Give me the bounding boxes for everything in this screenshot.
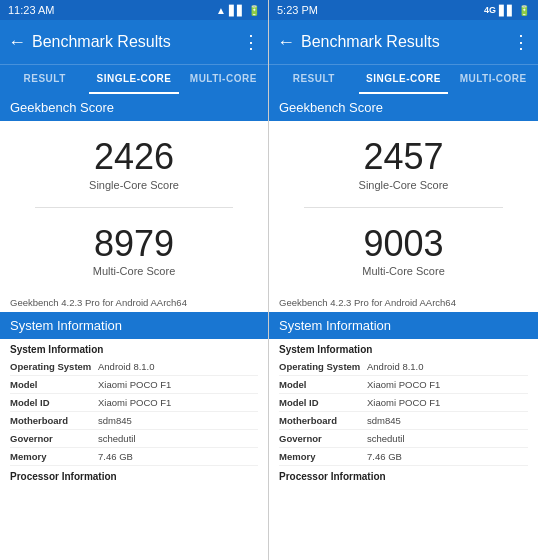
tab-multicore[interactable]: MULTI-CORE [179, 65, 268, 94]
processor-info-title: Processor Information [279, 466, 528, 484]
sysinfo-section-title: System Information [10, 339, 258, 358]
tab-multicore[interactable]: MULTI-CORE [448, 65, 538, 94]
tab-singlecore[interactable]: SINGLE-CORE [359, 65, 449, 94]
sysinfo-row: Memory7.46 GB [279, 448, 528, 466]
section-header: Geekbench Score [269, 94, 538, 121]
back-button[interactable]: ← [8, 33, 26, 51]
sysinfo-row: Operating SystemAndroid 8.1.0 [279, 358, 528, 376]
status-bar: 11:23 AM ▲ ▋▋ 🔋 [0, 0, 268, 20]
sysinfo-key: Model ID [279, 397, 367, 408]
network-icon: 4G [484, 5, 496, 15]
tabs: RESULTSINGLE-COREMULTI-CORE [0, 64, 268, 94]
sysinfo-key: Model [10, 379, 98, 390]
system-info-header: System Information [0, 312, 268, 339]
processor-info-title: Processor Information [10, 466, 258, 484]
sysinfo-value: Xiaomi POCO F1 [367, 379, 440, 390]
status-icons: 4G ▋▋ 🔋 [484, 5, 530, 16]
header-title: Benchmark Results [301, 33, 506, 51]
scores-area: 2457 Single-Core Score 9003 Multi-Core S… [269, 121, 538, 293]
single-core-score-block: 2426 Single-Core Score [89, 137, 179, 191]
sysinfo-value: Xiaomi POCO F1 [98, 397, 171, 408]
sysinfo-value: Android 8.1.0 [98, 361, 155, 372]
header: ←Benchmark Results⋮ [269, 20, 538, 64]
single-core-score: 2457 [359, 137, 449, 177]
sysinfo-key: Memory [10, 451, 98, 462]
sysinfo-row: Governorschedutil [279, 430, 528, 448]
section-header: Geekbench Score [0, 94, 268, 121]
battery-icon: 🔋 [518, 5, 530, 16]
single-core-score: 2426 [89, 137, 179, 177]
sysinfo-key: Governor [10, 433, 98, 444]
tab-result[interactable]: RESULT [0, 65, 89, 94]
signal-icon: ▋▋ [499, 5, 515, 16]
sysinfo-row: Motherboardsdm845 [279, 412, 528, 430]
tab-singlecore[interactable]: SINGLE-CORE [89, 65, 178, 94]
sysinfo-key: Memory [279, 451, 367, 462]
more-button[interactable]: ⋮ [242, 31, 260, 53]
sysinfo-row: ModelXiaomi POCO F1 [10, 376, 258, 394]
sysinfo-section-title: System Information [279, 339, 528, 358]
single-core-label: Single-Core Score [359, 179, 449, 191]
battery-icon: 🔋 [248, 5, 260, 16]
single-core-score-block: 2457 Single-Core Score [359, 137, 449, 191]
multi-core-label: Multi-Core Score [93, 265, 176, 277]
sysinfo-key: Operating System [10, 361, 98, 372]
sysinfo-key: Motherboard [279, 415, 367, 426]
back-button[interactable]: ← [277, 33, 295, 51]
multi-core-score-block: 9003 Multi-Core Score [362, 224, 445, 278]
single-core-label: Single-Core Score [89, 179, 179, 191]
multi-core-score: 9003 [362, 224, 445, 264]
sysinfo-row: Operating SystemAndroid 8.1.0 [10, 358, 258, 376]
geekbench-info: Geekbench 4.2.3 Pro for Android AArch64 [0, 293, 268, 312]
geekbench-info: Geekbench 4.2.3 Pro for Android AArch64 [269, 293, 538, 312]
multi-core-label: Multi-Core Score [362, 265, 445, 277]
tab-result[interactable]: RESULT [269, 65, 359, 94]
sysinfo-key: Model ID [10, 397, 98, 408]
status-icons: ▲ ▋▋ 🔋 [216, 5, 260, 16]
sysinfo-row: Motherboardsdm845 [10, 412, 258, 430]
scores-area: 2426 Single-Core Score 8979 Multi-Core S… [0, 121, 268, 293]
header: ←Benchmark Results⋮ [0, 20, 268, 64]
sysinfo-value: Android 8.1.0 [367, 361, 424, 372]
sysinfo-value: schedutil [367, 433, 405, 444]
panel-right: 5:23 PM 4G ▋▋ 🔋 ←Benchmark Results⋮RESUL… [269, 0, 538, 560]
status-bar: 5:23 PM 4G ▋▋ 🔋 [269, 0, 538, 20]
sysinfo-key: Model [279, 379, 367, 390]
more-button[interactable]: ⋮ [512, 31, 530, 53]
sysinfo-table: System InformationOperating SystemAndroi… [0, 339, 268, 484]
sysinfo-value: schedutil [98, 433, 136, 444]
score-divider [304, 207, 503, 208]
header-title: Benchmark Results [32, 33, 236, 51]
tabs: RESULTSINGLE-COREMULTI-CORE [269, 64, 538, 94]
sysinfo-table: System InformationOperating SystemAndroi… [269, 339, 538, 484]
status-time: 5:23 PM [277, 4, 318, 16]
sysinfo-row: Memory7.46 GB [10, 448, 258, 466]
sysinfo-value: sdm845 [98, 415, 132, 426]
wifi-icon: ▲ [216, 5, 226, 16]
signal-icon: ▋▋ [229, 5, 245, 16]
sysinfo-value: 7.46 GB [98, 451, 133, 462]
sysinfo-row: Governorschedutil [10, 430, 258, 448]
sysinfo-key: Motherboard [10, 415, 98, 426]
multi-core-score: 8979 [93, 224, 176, 264]
sysinfo-key: Governor [279, 433, 367, 444]
sysinfo-row: Model IDXiaomi POCO F1 [279, 394, 528, 412]
sysinfo-value: 7.46 GB [367, 451, 402, 462]
sysinfo-row: Model IDXiaomi POCO F1 [10, 394, 258, 412]
panel-left: 11:23 AM ▲ ▋▋ 🔋 ←Benchmark Results⋮RESUL… [0, 0, 269, 560]
sysinfo-value: Xiaomi POCO F1 [367, 397, 440, 408]
multi-core-score-block: 8979 Multi-Core Score [93, 224, 176, 278]
sysinfo-key: Operating System [279, 361, 367, 372]
status-time: 11:23 AM [8, 4, 54, 16]
sysinfo-value: sdm845 [367, 415, 401, 426]
sysinfo-value: Xiaomi POCO F1 [98, 379, 171, 390]
sysinfo-row: ModelXiaomi POCO F1 [279, 376, 528, 394]
score-divider [35, 207, 233, 208]
system-info-header: System Information [269, 312, 538, 339]
